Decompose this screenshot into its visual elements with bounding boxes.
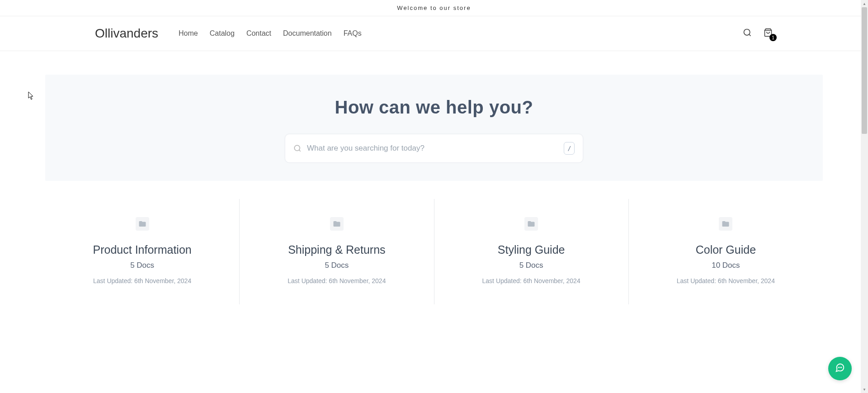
help-hero: How can we help you? / xyxy=(45,75,823,181)
category-shipping-returns[interactable]: Shipping & Returns 5 Docs Last Updated: … xyxy=(239,199,434,304)
nav-faqs[interactable]: FAQs xyxy=(344,29,362,38)
folder-icon xyxy=(524,217,538,231)
announcement-text: Welcome to our store xyxy=(397,5,471,11)
category-styling-guide[interactable]: Styling Guide 5 Docs Last Updated: 6th N… xyxy=(434,199,628,304)
brand-logo[interactable]: Ollivanders xyxy=(95,26,158,41)
svg-point-3 xyxy=(294,145,300,151)
search-input[interactable] xyxy=(307,144,564,153)
category-title: Product Information xyxy=(54,243,230,256)
search-icon xyxy=(293,144,302,152)
category-updated: Last Updated: 6th November, 2024 xyxy=(249,277,425,284)
nav-documentation[interactable]: Documentation xyxy=(283,29,332,38)
mouse-cursor-icon xyxy=(28,91,34,100)
category-doc-count: 10 Docs xyxy=(638,261,814,270)
search-icon xyxy=(743,28,752,39)
announcement-bar: Welcome to our store xyxy=(0,0,868,16)
nav-contact[interactable]: Contact xyxy=(246,29,271,38)
folder-icon xyxy=(330,217,344,231)
category-color-guide[interactable]: Color Guide 10 Docs Last Updated: 6th No… xyxy=(628,199,823,304)
category-title: Styling Guide xyxy=(443,243,619,256)
keyboard-shortcut-hint: / xyxy=(564,142,575,155)
search-container: / xyxy=(285,134,583,163)
primary-nav: Home Catalog Contact Documentation FAQs xyxy=(179,29,742,38)
category-updated: Last Updated: 6th November, 2024 xyxy=(443,277,619,284)
folder-icon xyxy=(719,217,732,231)
header-actions: 1 xyxy=(742,28,773,38)
scroll-up-arrow-icon[interactable]: ▲ xyxy=(861,0,868,7)
svg-line-4 xyxy=(299,150,300,151)
category-doc-count: 5 Docs xyxy=(54,261,230,270)
scrollbar-thumb[interactable] xyxy=(862,7,867,134)
category-grid: Product Information 5 Docs Last Updated:… xyxy=(45,199,823,304)
cart-count-badge: 1 xyxy=(769,34,777,41)
category-title: Color Guide xyxy=(638,243,814,256)
category-updated: Last Updated: 6th November, 2024 xyxy=(638,277,814,284)
svg-point-0 xyxy=(744,29,750,35)
category-doc-count: 5 Docs xyxy=(249,261,425,270)
nav-home[interactable]: Home xyxy=(179,29,198,38)
site-header: Ollivanders Home Catalog Contact Documen… xyxy=(0,16,868,51)
hero-title: How can we help you? xyxy=(45,97,823,118)
nav-catalog[interactable]: Catalog xyxy=(210,29,235,38)
category-doc-count: 5 Docs xyxy=(443,261,619,270)
cart-button[interactable]: 1 xyxy=(763,28,773,38)
category-updated: Last Updated: 6th November, 2024 xyxy=(54,277,230,284)
svg-line-1 xyxy=(749,34,751,36)
category-product-information[interactable]: Product Information 5 Docs Last Updated:… xyxy=(45,199,239,304)
search-box[interactable]: / xyxy=(285,134,583,163)
folder-icon xyxy=(136,217,149,231)
vertical-scrollbar[interactable]: ▲ ▼ xyxy=(861,0,868,304)
search-button[interactable] xyxy=(742,28,752,38)
category-title: Shipping & Returns xyxy=(249,243,425,256)
